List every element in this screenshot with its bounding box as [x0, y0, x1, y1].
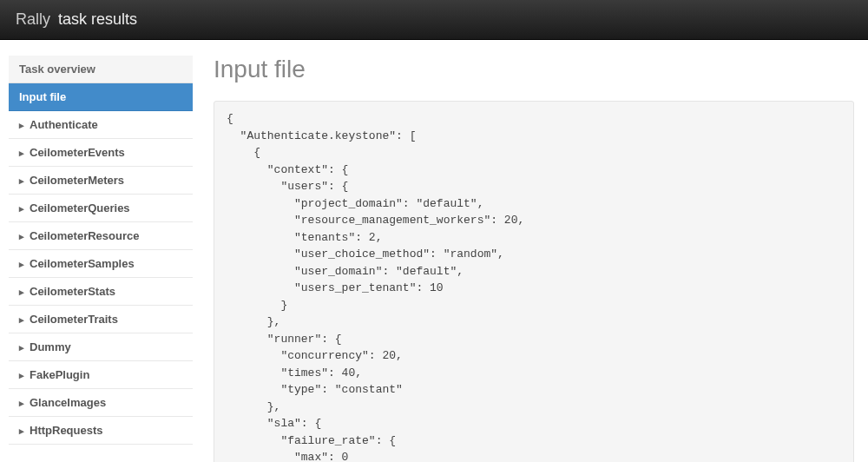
sidebar: Task overview Input file ▸Authenticate ▸…: [9, 56, 193, 462]
page-title: Input file: [214, 56, 854, 83]
caret-right-icon: ▸: [19, 314, 24, 326]
sidebar-group-ceilometertraits[interactable]: ▸CeilometerTraits: [9, 306, 193, 333]
sidebar-item-label: GlanceImages: [30, 396, 106, 409]
sidebar-item-label: CeilometerStats: [30, 285, 115, 298]
sidebar-group-httprequests[interactable]: ▸HttpRequests: [9, 417, 193, 445]
sidebar-item-label: CeilometerTraits: [30, 313, 118, 326]
sidebar-group-authenticate[interactable]: ▸Authenticate: [9, 111, 193, 139]
sidebar-item-label: HttpRequests: [30, 424, 103, 437]
page-subtitle: task results: [58, 10, 137, 28]
caret-right-icon: ▸: [19, 370, 24, 381]
sidebar-item-task-overview[interactable]: Task overview: [9, 56, 193, 83]
caret-right-icon: ▸: [19, 426, 24, 437]
caret-right-icon: ▸: [19, 148, 24, 159]
sidebar-group-dummy[interactable]: ▸Dummy: [9, 333, 193, 361]
sidebar-item-label: CeilometerEvents: [30, 146, 125, 159]
caret-right-icon: ▸: [19, 287, 24, 298]
sidebar-group-ceilometerevents[interactable]: ▸CeilometerEvents: [9, 139, 193, 167]
top-bar: Rally task results: [0, 0, 868, 40]
sidebar-item-label: Authenticate: [30, 118, 98, 131]
sidebar-group-ceilometersamples[interactable]: ▸CeilometerSamples: [9, 250, 193, 278]
caret-right-icon: ▸: [19, 203, 24, 214]
sidebar-item-label: CeilometerResource: [30, 229, 139, 242]
sidebar-group-ceilometerresource[interactable]: ▸CeilometerResource: [9, 222, 193, 250]
sidebar-item-input-file[interactable]: Input file: [9, 83, 193, 111]
caret-right-icon: ▸: [19, 398, 24, 409]
sidebar-group-ceilometerqueries[interactable]: ▸CeilometerQueries: [9, 195, 193, 222]
sidebar-group-ceilometerstats[interactable]: ▸CeilometerStats: [9, 278, 193, 306]
brand-name: Rally: [16, 10, 50, 28]
sidebar-item-label: CeilometerQueries: [30, 201, 130, 214]
caret-right-icon: ▸: [19, 342, 24, 353]
caret-right-icon: ▸: [19, 259, 24, 270]
sidebar-group-ceilometermeters[interactable]: ▸CeilometerMeters: [9, 167, 193, 195]
sidebar-item-label: Dummy: [30, 340, 71, 353]
sidebar-item-label: CeilometerSamples: [30, 257, 135, 270]
caret-right-icon: ▸: [19, 231, 24, 242]
sidebar-item-label: CeilometerMeters: [30, 174, 124, 187]
sidebar-item-label: Task overview: [19, 63, 95, 76]
sidebar-group-glanceimages[interactable]: ▸GlanceImages: [9, 389, 193, 417]
sidebar-item-label: Input file: [19, 90, 66, 103]
main-content: Input file { "Authenticate.keystone": [ …: [193, 56, 859, 462]
content-container: Task overview Input file ▸Authenticate ▸…: [0, 40, 868, 462]
caret-right-icon: ▸: [19, 175, 24, 187]
caret-right-icon: ▸: [19, 120, 24, 131]
input-file-code[interactable]: { "Authenticate.keystone": [ { "context"…: [214, 101, 854, 462]
sidebar-group-fakeplugin[interactable]: ▸FakePlugin: [9, 361, 193, 389]
sidebar-item-label: FakePlugin: [30, 368, 89, 381]
